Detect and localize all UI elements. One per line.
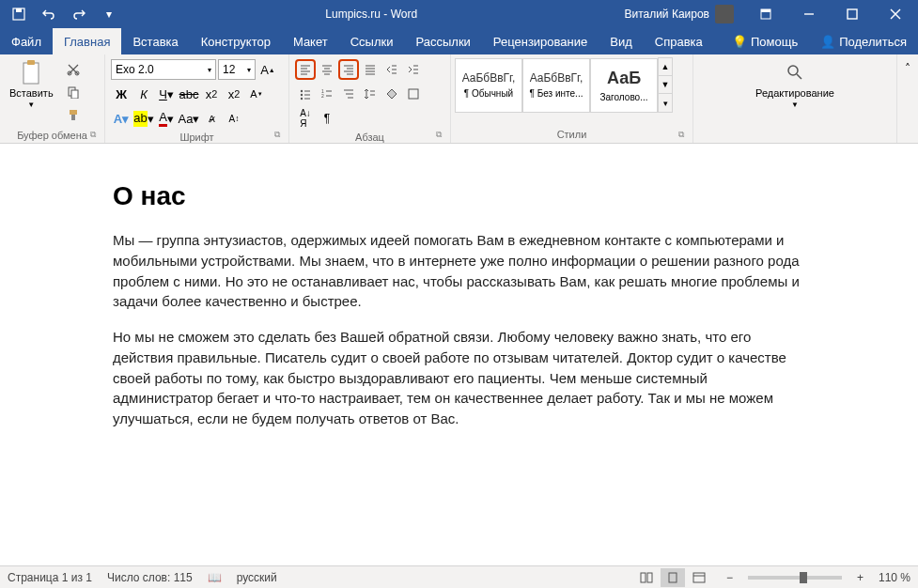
styles-up-button[interactable]: ▲ [659,58,672,76]
svg-rect-59 [693,573,705,582]
tab-layout[interactable]: Макет [282,28,339,54]
lightbulb-icon: 💡 [732,35,747,49]
line-spacing-button[interactable] [360,84,381,104]
style-no-spacing[interactable]: АаБбВвГг, ¶ Без инте... [522,58,590,113]
styles-down-button[interactable]: ▼ [659,76,672,94]
format-painter-button[interactable] [63,104,84,125]
tab-home[interactable]: Главная [53,28,121,54]
share-button[interactable]: 👤Поделиться [809,28,918,54]
group-styles: АаБбВвГг, ¶ Обычный АаБбВвГг, ¶ Без инте… [451,54,693,143]
font-size-combo[interactable]: 12▾ [218,59,256,80]
sort-button[interactable]: А↓Я [295,108,316,129]
align-justify-button[interactable] [360,59,381,80]
align-center-button[interactable] [317,59,337,80]
zoom-in-button[interactable]: + [857,571,864,584]
collapse-ribbon-button[interactable]: ˄ [897,58,918,79]
svg-point-54 [788,66,798,75]
maximize-button[interactable] [832,0,873,28]
tab-mailings[interactable]: Рассылки [404,28,481,54]
paste-button[interactable]: Вставить ▼ [4,57,59,111]
qat-dropdown[interactable]: ▾ [96,1,122,27]
styles-launcher[interactable]: ⧉ [676,130,687,141]
tab-references[interactable]: Ссылки [339,28,405,54]
text-effects-button[interactable]: A▾ [111,108,132,129]
highlight-button[interactable]: ab▾ [133,108,154,129]
copy-button[interactable] [63,82,84,102]
styles-expand-button[interactable]: ▾ [659,94,672,112]
ribbon-display-options[interactable] [745,0,786,28]
decrease-indent-button[interactable] [381,59,402,80]
page-indicator[interactable]: Страница 1 из 1 [8,571,92,584]
doc-heading[interactable]: О нас [113,181,805,211]
grow-font-button[interactable]: A▲ [257,59,278,80]
bold-button[interactable]: Ж [111,84,132,104]
svg-rect-3 [761,9,770,12]
multilevel-list-button[interactable] [338,84,359,104]
superscript-button[interactable]: x2 [224,84,244,104]
strikethrough-button[interactable]: abc [179,84,199,104]
svg-rect-57 [647,573,652,582]
character-shading-button[interactable]: A↕ [224,108,244,129]
svg-rect-14 [70,110,77,115]
editing-dropdown[interactable]: Редактирование ▼ [750,57,840,111]
minimize-button[interactable] [788,0,830,28]
zoom-level[interactable]: 110 % [879,571,910,584]
align-right-button[interactable] [338,59,359,80]
user-account[interactable]: Виталий Каиров [615,5,743,23]
search-icon [782,59,808,85]
word-count[interactable]: Число слов: 115 [107,571,193,584]
print-layout-button[interactable] [661,568,685,587]
zoom-out-button[interactable]: − [726,571,733,584]
borders-button[interactable] [403,84,424,104]
titlebar: ▾ Lumpics.ru - Word Виталий Каиров [0,0,918,28]
change-case-button[interactable]: Aa▾ [179,108,199,129]
font-launcher[interactable]: ⧉ [272,130,283,141]
show-marks-button[interactable]: ¶ [317,108,337,129]
italic-button[interactable]: К [133,84,154,104]
shrink-font-button[interactable]: A▼ [246,84,267,104]
svg-point-39 [301,94,303,96]
close-button[interactable] [875,0,916,28]
style-normal[interactable]: АаБбВвГг, ¶ Обычный [455,58,522,113]
undo-button[interactable] [36,1,62,27]
tab-view[interactable]: Вид [599,28,644,54]
svg-line-55 [797,74,801,79]
spellcheck-icon[interactable]: 📖 [208,571,222,584]
svg-rect-9 [27,60,35,65]
increase-indent-button[interactable] [403,59,424,80]
font-color-button[interactable]: A▾ [156,108,177,129]
shading-button[interactable] [381,84,402,104]
language-indicator[interactable]: русский [237,571,277,584]
clear-formatting-button[interactable]: A̷ [201,108,222,129]
tab-insert[interactable]: Вставка [121,28,189,54]
web-layout-button[interactable] [687,568,711,587]
styles-gallery-scroll: ▲ ▼ ▾ [658,57,673,113]
numbering-button[interactable]: 12 [317,84,337,104]
redo-button[interactable] [66,1,92,27]
svg-rect-58 [669,573,677,582]
doc-paragraph[interactable]: Мы — группа энтузиастов, одержимых идеей… [113,230,805,312]
tab-review[interactable]: Рецензирование [482,28,599,54]
doc-paragraph[interactable]: Но мы не сможем это сделать без Вашей об… [113,327,805,429]
ribbon: Вставить ▼ Буфер обмена⧉ Exo 2.0▾ 12▾ A▲… [0,54,918,144]
clipboard-launcher[interactable]: ⧉ [87,130,99,141]
tell-me[interactable]: 💡Помощь [721,28,809,54]
svg-rect-8 [23,63,39,84]
subscript-button[interactable]: x2 [201,84,222,104]
autosave-icon[interactable] [6,1,32,27]
underline-button[interactable]: Ч▾ [156,84,177,104]
tab-help[interactable]: Справка [644,28,714,54]
paragraph-launcher[interactable]: ⧉ [433,130,444,141]
font-name-combo[interactable]: Exo 2.0▾ [111,59,216,80]
bullets-button[interactable] [295,84,316,104]
tab-file[interactable]: Файл [0,28,53,54]
document-area[interactable]: О нас Мы — группа энтузиастов, одержимых… [0,144,918,498]
style-heading1[interactable]: АаБ Заголово... [590,58,658,113]
clipboard-icon [18,59,44,85]
read-mode-button[interactable] [634,568,659,587]
svg-rect-1 [16,8,22,12]
align-left-button[interactable] [295,59,316,80]
zoom-slider[interactable] [748,576,842,580]
cut-button[interactable] [63,59,84,80]
tab-design[interactable]: Конструктор [190,28,282,54]
